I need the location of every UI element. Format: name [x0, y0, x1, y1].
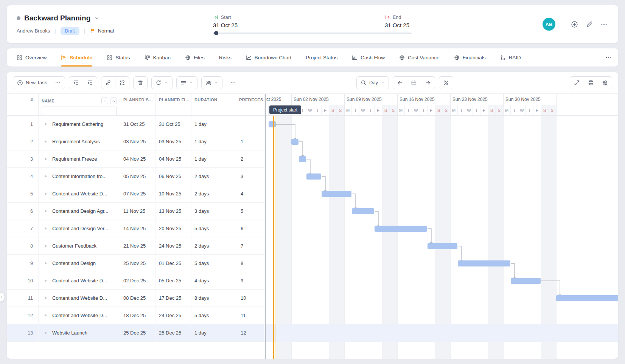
outdent-task-button[interactable]: [83, 77, 97, 89]
predecessor-cell[interactable]: 5: [236, 203, 265, 220]
task-name-cell[interactable]: Content and Design Agr...: [39, 203, 120, 220]
tabs-overflow-button[interactable]: [599, 48, 618, 67]
planned-start-cell[interactable]: 11 Nov 25: [120, 203, 156, 220]
tab-overview[interactable]: Overview: [17, 48, 47, 67]
duration-cell[interactable]: 1 day: [191, 116, 236, 133]
priority-selector[interactable]: Normal: [90, 28, 114, 34]
gantt-bar-task-5[interactable]: [322, 191, 351, 197]
gantt-bar-task-3[interactable]: [299, 156, 306, 162]
status-badge[interactable]: Draft: [61, 27, 79, 35]
duration-cell[interactable]: 4 days: [191, 272, 236, 289]
table-row[interactable]: 11Content and Website D...08 Dec 2517 De…: [7, 290, 265, 307]
planned-start-cell[interactable]: 03 Nov 25: [120, 133, 156, 150]
planned-finish-cell[interactable]: 04 Nov 25: [156, 150, 191, 167]
task-name-cell[interactable]: Content and Website D...: [39, 185, 120, 202]
column-header-predecessors[interactable]: PREDECES...: [236, 94, 265, 115]
table-row[interactable]: 1Requirement Gathering31 Oct 2531 Oct 25…: [7, 116, 265, 133]
predecessor-cell[interactable]: 9: [236, 272, 265, 289]
avatar[interactable]: AB: [543, 18, 555, 31]
planned-start-cell[interactable]: 08 Dec 25: [120, 290, 156, 307]
assignee-menu-button[interactable]: [202, 77, 222, 89]
timeline-slider-handle[interactable]: [214, 31, 218, 35]
duration-cell[interactable]: 2 days: [191, 237, 236, 254]
tab-financials[interactable]: Financials: [454, 48, 486, 67]
column-header-planned-finish[interactable]: PLANNED FI...: [156, 94, 191, 115]
toolbar-more-button[interactable]: [226, 76, 240, 89]
task-name-cell[interactable]: Content and Website D...: [39, 307, 120, 324]
column-header-duration[interactable]: DURATION: [191, 94, 236, 115]
tab-raid[interactable]: RAID: [500, 48, 521, 67]
task-name-cell[interactable]: Content and Website D...: [39, 272, 120, 289]
duration-cell[interactable]: 1 day: [191, 324, 236, 341]
expand-all-button[interactable]: [110, 98, 117, 104]
planned-start-cell[interactable]: 21 Nov 25: [120, 237, 156, 254]
new-task-button[interactable]: New Task: [13, 77, 51, 89]
timeline-slider[interactable]: [213, 33, 412, 34]
zoom-level-select[interactable]: Day: [357, 77, 389, 89]
planned-finish-cell[interactable]: 01 Dec 25: [156, 255, 191, 272]
table-row[interactable]: 8Customer Feedback21 Nov 2524 Nov 252 da…: [7, 237, 265, 255]
planned-start-cell[interactable]: 07 Nov 25: [120, 185, 156, 202]
planned-finish-cell[interactable]: 05 Dec 25: [156, 272, 191, 289]
tab-kanban[interactable]: Kanban: [145, 48, 171, 67]
tab-cost-variance[interactable]: Cost Variance: [399, 48, 440, 67]
gantt-bar-task-2[interactable]: [291, 139, 299, 145]
table-row[interactable]: 7Content and Design Ver...14 Nov 2520 No…: [7, 220, 265, 237]
planned-finish-cell[interactable]: 13 Nov 25: [156, 203, 191, 220]
task-name-cell[interactable]: Customer Feedback: [39, 237, 120, 254]
predecessor-cell[interactable]: 8: [236, 255, 265, 272]
predecessor-cell[interactable]: 11: [236, 307, 265, 324]
table-row[interactable]: 6Content and Design Agr...11 Nov 2513 No…: [7, 203, 265, 220]
planned-finish-cell[interactable]: 24 Nov 25: [156, 237, 191, 254]
column-header-planned-start[interactable]: PLANNED S...: [120, 94, 156, 115]
add-icon[interactable]: [571, 21, 578, 28]
planned-start-cell[interactable]: 18 Dec 25: [120, 307, 156, 324]
predecessor-cell[interactable]: 2: [236, 150, 265, 167]
planned-start-cell[interactable]: 25 Nov 25: [120, 255, 156, 272]
table-row[interactable]: 3Requirement Freeze04 Nov 2504 Nov 251 d…: [7, 150, 265, 168]
duration-cell[interactable]: 5 days: [191, 255, 236, 272]
duration-cell[interactable]: 1 day: [191, 133, 236, 150]
recurrence-menu-button[interactable]: [152, 77, 172, 89]
planned-finish-cell[interactable]: 03 Nov 25: [156, 133, 191, 150]
column-header-num[interactable]: #: [7, 94, 39, 115]
duration-cell[interactable]: 5 days: [191, 307, 236, 324]
predecessor-cell[interactable]: 10: [236, 290, 265, 307]
duration-cell[interactable]: 5 days: [191, 220, 236, 237]
predecessor-cell[interactable]: 6: [236, 220, 265, 237]
task-name-cell[interactable]: Content and Website D...: [39, 290, 120, 307]
duration-cell[interactable]: 8 days: [191, 290, 236, 307]
more-icon[interactable]: [600, 21, 608, 28]
gantt-bar-task-8[interactable]: [428, 243, 457, 249]
duration-cell[interactable]: 3 days: [191, 203, 236, 220]
gantt-bar-task-4[interactable]: [306, 173, 321, 180]
gantt-bar-task-7[interactable]: [375, 226, 427, 232]
task-name-cell[interactable]: Website Launch: [39, 324, 120, 341]
next-period-button[interactable]: [421, 77, 435, 89]
planned-start-cell[interactable]: 04 Nov 25: [120, 150, 156, 167]
table-row[interactable]: 2Requirement Analysis03 Nov 2503 Nov 251…: [7, 133, 265, 150]
task-name-cell[interactable]: Requirement Gathering: [39, 116, 120, 133]
duration-cell[interactable]: 1 day: [191, 150, 236, 167]
table-row[interactable]: 12Content and Website D...18 Dec 2524 De…: [7, 307, 265, 324]
chevron-down-icon[interactable]: [94, 15, 100, 21]
task-name-cell[interactable]: Requirement Freeze: [39, 150, 120, 167]
planned-finish-cell[interactable]: 31 Oct 25: [156, 116, 191, 133]
edit-icon[interactable]: [586, 21, 593, 28]
predecessor-cell[interactable]: 7: [236, 237, 265, 254]
column-header-name-label[interactable]: NAME: [42, 99, 54, 103]
tab-risks[interactable]: Risks: [219, 48, 232, 67]
table-row[interactable]: 4Content Information fro...05 Nov 2506 N…: [7, 168, 265, 185]
prev-period-button[interactable]: [393, 77, 407, 89]
unlink-tasks-button[interactable]: [115, 77, 129, 89]
tab-files[interactable]: Files: [185, 48, 205, 67]
tab-project-status[interactable]: Project Status: [306, 48, 337, 67]
planned-finish-cell[interactable]: 06 Nov 25: [156, 168, 191, 185]
planned-start-cell[interactable]: 25 Dec 25: [120, 324, 156, 341]
task-name-cell[interactable]: Requirement Analysis: [39, 133, 120, 150]
table-row[interactable]: 10Content and Website D...02 Dec 2505 De…: [7, 272, 265, 290]
gantt-bar-task-10[interactable]: [511, 278, 541, 284]
collapse-all-button[interactable]: [101, 98, 108, 104]
tab-cash-flow[interactable]: Cash Flow: [352, 48, 385, 67]
table-row[interactable]: 5Content and Website D...07 Nov 2510 Nov…: [7, 185, 265, 203]
